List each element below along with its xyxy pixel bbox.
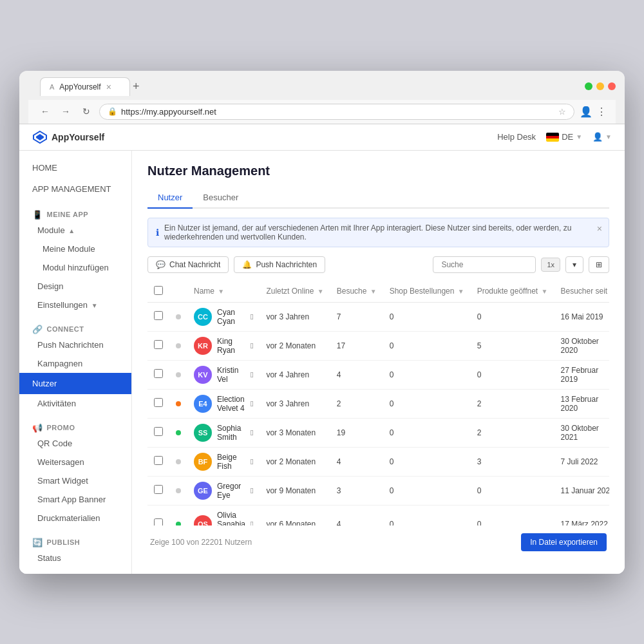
sidebar-item-design[interactable]: Design: [19, 277, 131, 296]
sidebar-item-einstellungen[interactable]: Einstellungen ▼: [19, 296, 131, 314]
status-dot: [176, 488, 181, 493]
sidebar-section-promo: 📢 PROMO: [19, 418, 131, 434]
products: 2: [471, 389, 554, 418]
lock-icon: 🔒: [108, 107, 117, 116]
page-title: Nutzer Management: [147, 164, 609, 178]
status-dot: [176, 459, 181, 464]
table-row: SS Sophia Smith  vor 3 Monaten 19 0 2 3…: [147, 418, 609, 447]
sidebar-item-qr-code[interactable]: QR Code: [19, 434, 131, 453]
sidebar-item-module[interactable]: Module ▲: [19, 221, 131, 240]
visits: 4: [330, 447, 383, 476]
row-checkbox[interactable]: [154, 398, 163, 407]
sidebar-item-nutzer[interactable]: Nutzer: [19, 373, 131, 394]
view-toggle-button[interactable]: ⊞: [589, 256, 609, 273]
app-header: AppYourself Help Desk DE ▼ 👤 ▼: [19, 124, 625, 151]
sidebar-item-status[interactable]: Status: [19, 549, 131, 567]
banner-close-button[interactable]: ×: [597, 223, 602, 234]
row-checkbox[interactable]: [154, 485, 163, 494]
chat-nachricht-button[interactable]: 💬 Chat Nachricht: [147, 256, 229, 273]
select-all-checkbox[interactable]: [154, 286, 163, 295]
sidebar-item-app-management[interactable]: APP MANAGEMENT: [19, 178, 131, 200]
users-table-container: Name ▼ Zuletzt Online ▼ Besuche: [147, 281, 609, 526]
language-chevron: ▼: [576, 133, 582, 140]
orders: 0: [383, 360, 471, 389]
row-checkbox[interactable]: [154, 456, 163, 465]
status-dot: [176, 372, 181, 377]
tab-close-button[interactable]: ×: [106, 82, 111, 92]
push-nachrichten-button[interactable]: 🔔 Push Nachrichten: [234, 256, 325, 273]
language-label: DE: [562, 132, 573, 142]
sidebar-item-meine-module[interactable]: Meine Module: [19, 240, 131, 258]
profile-icon[interactable]: 👤: [580, 106, 592, 118]
since: 30 Oktober 2020: [554, 331, 609, 360]
forward-button[interactable]: →: [58, 104, 73, 119]
sidebar-item-weitersagen[interactable]: Weitersagen: [19, 453, 131, 471]
tab-nutzer[interactable]: Nutzer: [147, 187, 193, 209]
close-button[interactable]: [608, 82, 616, 90]
row-checkbox[interactable]: [154, 518, 163, 526]
orders: 0: [383, 418, 471, 447]
sidebar-section-my-app: 📱 MEINE APP: [19, 205, 131, 221]
products-sort-icon[interactable]: ▼: [542, 288, 548, 295]
users-table: Name ▼ Zuletzt Online ▼ Besuche: [147, 281, 609, 526]
address-bar[interactable]: 🔒 https://my.appyourself.net ☆: [99, 104, 574, 120]
sidebar-item-push-nachrichten[interactable]: Push Nachrichten: [19, 336, 131, 354]
last-online: vor 9 Monaten: [260, 476, 330, 505]
sidebar-item-home[interactable]: HOME: [19, 157, 131, 178]
help-desk-link[interactable]: Help Desk: [497, 132, 536, 142]
table-row: KR King Ryan  vor 2 Monaten 17 0 5 30 O…: [147, 331, 609, 360]
platform-icon: : [251, 520, 253, 526]
filter-button[interactable]: ▾: [565, 256, 583, 273]
maximize-button[interactable]: [585, 82, 592, 90]
last-online: vor 4 Jahren: [260, 360, 330, 389]
sidebar-item-kampagnen[interactable]: Kampagnen: [19, 354, 131, 373]
row-checkbox[interactable]: [154, 340, 163, 349]
visits-sort-icon[interactable]: ▼: [370, 288, 377, 295]
visits: 2: [330, 389, 383, 418]
menu-icon[interactable]: ⋮: [596, 106, 607, 118]
since: 16 Mai 2019: [554, 302, 609, 331]
chat-icon: 💬: [156, 260, 166, 269]
minimize-button[interactable]: [596, 82, 604, 90]
platform-icon: : [251, 486, 253, 495]
back-button[interactable]: ←: [37, 104, 53, 119]
url-text: https://my.appyourself.net: [121, 107, 554, 117]
since: 27 Februar 2019: [554, 360, 609, 389]
name-sort-icon[interactable]: ▼: [218, 288, 224, 295]
visits: 4: [330, 360, 383, 389]
sidebar-item-smart-app-banner[interactable]: Smart App Banner: [19, 490, 131, 509]
products: 3: [471, 447, 554, 476]
sidebar-item-druckmaterialien[interactable]: Druckmaterialien: [19, 509, 131, 527]
sidebar-item-smart-widget[interactable]: Smart Widget: [19, 471, 131, 490]
row-checkbox[interactable]: [154, 427, 163, 436]
language-selector[interactable]: DE ▼: [546, 132, 582, 142]
orders: 0: [383, 447, 471, 476]
reload-button[interactable]: ↻: [79, 104, 94, 119]
table-row: GE Gregor Eye  vor 9 Monaten 3 0 0 11 J…: [147, 476, 609, 505]
row-checkbox[interactable]: [154, 311, 163, 320]
new-tab-button[interactable]: +: [133, 80, 140, 93]
col-products: Produkte geöffnet ▼: [471, 281, 554, 303]
user-name: Gregor Eye: [217, 482, 245, 500]
last-online: vor 3 Monaten: [260, 418, 330, 447]
tab-bar: Nutzer Besucher: [147, 187, 609, 209]
platform-icon: : [251, 399, 253, 408]
last-online: vor 6 Monaten: [260, 505, 330, 526]
export-button[interactable]: In Datei exportieren: [521, 533, 607, 551]
orders-sort-icon[interactable]: ▼: [458, 288, 464, 295]
bell-icon: 🔔: [242, 260, 252, 269]
platform-icon: : [251, 341, 253, 350]
sidebar-item-modul-hinzufuegen[interactable]: Modul hinzufügen: [19, 258, 131, 277]
sidebar-item-aktivitaeten[interactable]: Aktivitäten: [19, 394, 131, 413]
last-online-sort-icon[interactable]: ▼: [317, 288, 324, 295]
filter-icon: ▾: [573, 260, 576, 269]
app-logo: AppYourself: [32, 129, 104, 145]
products: 2: [471, 418, 554, 447]
tab-besucher[interactable]: Besucher: [193, 187, 249, 209]
row-checkbox[interactable]: [154, 369, 163, 378]
table-row: OS Olivia Sanabia Stars  vor 6 Monaten …: [147, 505, 609, 526]
user-menu-button[interactable]: 👤 ▼: [592, 132, 612, 142]
search-input[interactable]: [433, 256, 536, 273]
browser-tab[interactable]: A AppYourself ×: [40, 77, 130, 96]
col-last-online: Zuletzt Online ▼: [260, 281, 330, 303]
